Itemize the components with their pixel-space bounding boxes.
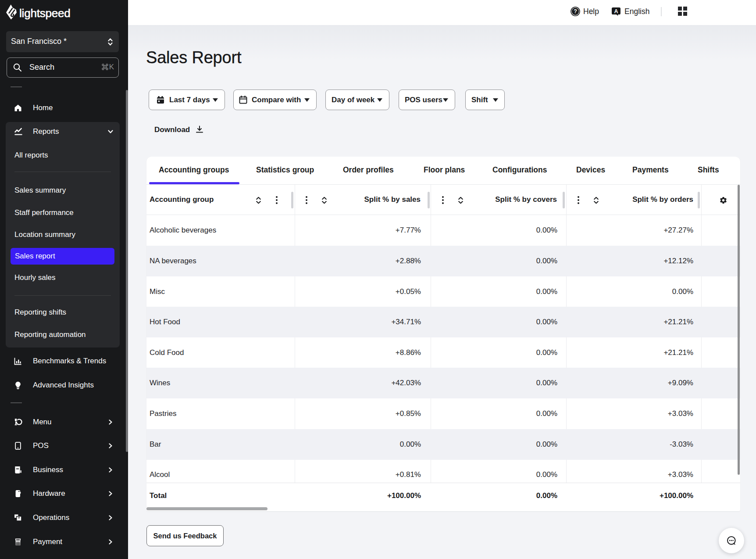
svg-text:A: A [614, 8, 618, 14]
svg-text:?: ? [574, 8, 577, 14]
